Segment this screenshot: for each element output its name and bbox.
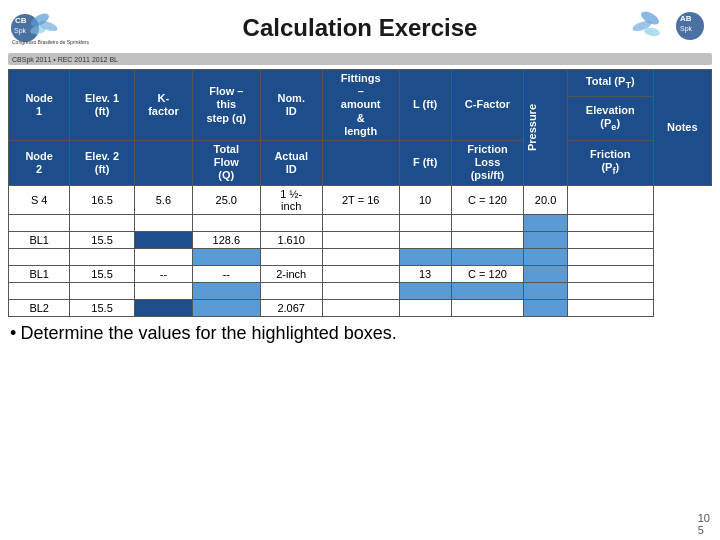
col-node2: Node2 [9,140,70,185]
col-kfactor2 [134,140,192,185]
cell-totalflow-bl1b [193,248,260,265]
page-footer: 10 5 [698,512,710,536]
col-flow-step: Flow –thisstep (q) [193,70,260,141]
cell-elev2-s4b [70,214,134,231]
cell-node-bl1d [9,282,70,299]
cell-totalpt-bl1a [524,231,568,248]
cell-fit2-bl1b [322,248,399,265]
cell-k2-s4b [134,214,192,231]
bullet-text: Determine the values for the highlighted… [20,323,396,343]
svg-text:Spk: Spk [680,25,693,33]
col-friction-pf: Friction(Pf) [567,140,653,185]
cell-nomid-bl1c: 2-inch [260,265,322,282]
cell-frictionpf-bl1d [524,282,568,299]
cell-totalflow-s4b [193,214,260,231]
col-total-pt: Total (PT) [567,70,653,97]
col-elevation-pe: Elevation(Pe) [567,97,653,141]
cell-actualid-bl1d [260,282,322,299]
cell-fit2-bl1d [322,282,399,299]
cell-elevation-pe-bl1b [524,248,568,265]
cell-notes-s4 [567,185,653,214]
url-bar: CBSpk 2011 • REC 2011 2012 BL [8,53,712,65]
cell-notes-bl1b [567,248,653,265]
bullet-section: • Determine the values for the highlight… [10,323,710,344]
cell-nomid-s4: 1 ½-inch [260,185,322,214]
cell-elev2-bl1b [70,248,134,265]
col-pressure: Pressure [524,70,568,186]
cell-fft-s4b [399,214,451,231]
cell-notes-bl1a [567,231,653,248]
col-total-flow: TotalFlow(Q) [193,140,260,185]
cell-elev1-bl1c: 15.5 [70,265,134,282]
header-row-1: Node1 Elev. 1(ft) K-factor Flow –thisste… [9,70,712,97]
cell-elevation-pe-s4b [524,214,568,231]
cell-node-s4b [9,214,70,231]
cell-elev2-bl1d [70,282,134,299]
header-row-3: Node2 Elev. 2(ft) TotalFlow(Q) ActualID … [9,140,712,185]
col-f-ft: F (ft) [399,140,451,185]
table-row-bl1b [9,248,712,265]
cell-actualid-bl1b [260,248,322,265]
col-notes: Notes [653,70,711,186]
cell-cfactor-s4: C = 120 [451,185,524,214]
cell-notes-bl2a [567,299,653,316]
cell-cfactor-bl2a [451,299,524,316]
cell-flowstep-bl2a [193,299,260,316]
cell-node-bl1b [9,248,70,265]
cell-lft-bl1c: 13 [399,265,451,282]
svg-text:AB: AB [680,14,692,23]
title-area: Calculation Exercise [90,14,630,42]
svg-text:Congresso Brasileiro de Sprink: Congresso Brasileiro de Sprinklers [12,39,89,45]
cell-frictionloss-s4b [451,214,524,231]
cell-notes-s4b [567,214,653,231]
cell-flowstep-bl1c: -- [193,265,260,282]
cell-lft-bl2a [399,299,451,316]
table-row-bl1c: BL1 15.5 -- -- 2-inch 13 C = 120 [9,265,712,282]
abspk-logo-svg: AB Spk [630,6,710,46]
cell-flowstep-bl1a: 128.6 [193,231,260,248]
cell-elev1-bl1a: 15.5 [70,231,134,248]
cell-k2-bl1b [134,248,192,265]
table-row-bl1a: BL1 15.5 128.6 1.610 [9,231,712,248]
cell-kfactor-bl1c: -- [134,265,192,282]
cell-nomid-bl1a: 1.610 [260,231,322,248]
cbspk-logo-svg: CB Spk Congresso Brasileiro de Sprinkler… [10,8,90,48]
cell-lft-s4: 10 [399,185,451,214]
calculation-table: Node1 Elev. 1(ft) K-factor Flow –thisste… [8,69,712,317]
cell-flowstep-s4: 25.0 [193,185,260,214]
cell-fittings-s4: 2T = 16 [322,185,399,214]
cell-actualid-s4b [260,214,322,231]
bullet-icon: • [10,323,16,343]
cell-nomid-bl2a: 2.067 [260,299,322,316]
col-fittings2 [322,140,399,185]
cell-lft-bl1a [399,231,451,248]
cell-kfactor-bl2a [134,299,192,316]
svg-text:CB: CB [15,16,27,25]
cell-fittings-bl1a [322,231,399,248]
svg-text:Spk: Spk [14,27,27,35]
col-elev2: Elev. 2(ft) [70,140,134,185]
cell-elev1-bl2a: 15.5 [70,299,134,316]
cell-node-bl1c: BL1 [9,265,70,282]
col-actual-id: ActualID [260,140,322,185]
col-l-ft: L (ft) [399,70,451,141]
logo-right: AB Spk [630,6,710,49]
table-row-bl2a: BL2 15.5 2.067 [9,299,712,316]
cell-notes-bl1d [567,282,653,299]
page-sub: 5 [698,524,704,536]
logo-left: CB Spk Congresso Brasileiro de Sprinkler… [10,8,90,48]
cell-fittings-bl2a [322,299,399,316]
main-title: Calculation Exercise [90,14,630,42]
page-header: CB Spk Congresso Brasileiro de Sprinkler… [0,0,720,53]
col-node: Node1 [9,70,70,141]
cell-totalpt-bl1c [524,265,568,282]
col-fittings: Fittings–amount&length [322,70,399,141]
col-c-factor: C-Factor [451,70,524,141]
page-number: 10 [698,512,710,524]
main-table-container: Node1 Elev. 1(ft) K-factor Flow –thisste… [8,69,712,317]
cell-kfactor-bl1a [134,231,192,248]
cell-elev1-s4: 16.5 [70,185,134,214]
cell-node-bl1a: BL1 [9,231,70,248]
col-friction-loss: FrictionLoss(psi/ft) [451,140,524,185]
cell-totalpt-s4: 20.0 [524,185,568,214]
